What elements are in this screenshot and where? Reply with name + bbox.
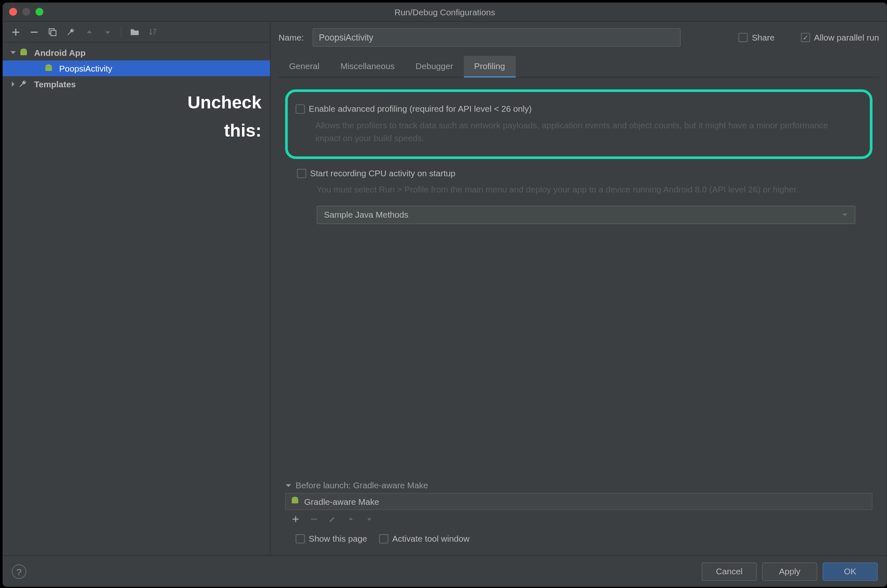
wrench-icon[interactable] <box>66 26 76 37</box>
tree-label: Android App <box>34 48 86 58</box>
before-launch-list[interactable]: Gradle-aware Make <box>285 493 873 510</box>
tab-debugger[interactable]: Debugger <box>405 56 464 77</box>
tree-row-templates[interactable]: Templates <box>2 76 270 92</box>
checkbox-checked-icon <box>801 33 810 42</box>
profiling-tab-body: Enable advanced profiling (required for … <box>278 77 879 555</box>
wrench-icon <box>18 79 31 89</box>
cpu-method-select[interactable]: Sample Java Methods <box>316 205 855 223</box>
config-main-panel: Name: Share Allow parallel run General <box>271 22 887 555</box>
svg-rect-11 <box>292 498 298 503</box>
tab-profiling[interactable]: Profiling <box>464 56 515 77</box>
add-config-icon[interactable] <box>10 26 21 37</box>
name-label: Name: <box>278 33 304 43</box>
parallel-label: Allow parallel run <box>814 33 879 43</box>
bottom-bar: ? Cancel Apply OK <box>2 555 887 587</box>
sort-icon[interactable] <box>148 26 158 37</box>
share-checkbox[interactable]: Share <box>738 33 774 43</box>
allow-parallel-run-checkbox[interactable]: Allow parallel run <box>801 33 879 43</box>
tree-row-poopsi-activity[interactable]: PoopsiActivity <box>2 60 270 76</box>
checkbox-icon <box>738 33 748 42</box>
before-launch-item: Gradle-aware Make <box>304 497 379 506</box>
chevron-down-icon <box>841 211 848 218</box>
tab-miscellaneous[interactable]: Miscellaneous <box>330 56 405 77</box>
show-this-page-label: Show this page <box>309 533 367 543</box>
checkbox-icon <box>296 534 305 543</box>
maximize-window-button[interactable] <box>36 8 43 16</box>
titlebar: Run/Debug Configurations <box>2 2 887 22</box>
svg-rect-1 <box>12 31 19 33</box>
minimize-window-button <box>22 8 30 16</box>
gradle-icon <box>290 495 300 508</box>
activate-tool-window-label: Activate tool window <box>392 533 470 543</box>
advanced-profiling-label: Enable advanced profiling (required for … <box>309 104 532 114</box>
svg-rect-8 <box>46 66 52 71</box>
enable-advanced-profiling-checkbox[interactable]: Enable advanced profiling (required for … <box>296 104 532 114</box>
before-launch-section: Before launch: Gradle-aware Make Gradle-… <box>285 480 873 528</box>
configurations-sidebar: Android App PoopsiActivity Templates <box>2 22 271 555</box>
ok-button[interactable]: OK <box>822 562 877 581</box>
run-debug-config-window: Run/Debug Configurations <box>2 2 887 587</box>
toolbar-separator <box>121 26 122 38</box>
move-down-icon <box>103 26 113 37</box>
highlight-annotation-box: Enable advanced profiling (required for … <box>285 89 873 159</box>
cpu-recording-desc: You must select Run > Profile from the m… <box>316 183 855 196</box>
activate-tool-window-checkbox[interactable]: Activate tool window <box>379 533 470 543</box>
config-name-input[interactable] <box>313 28 681 46</box>
move-up-icon <box>84 26 94 37</box>
svg-rect-4 <box>51 30 56 36</box>
tree-label: PoopsiActivity <box>59 63 113 73</box>
tree-row-android-app[interactable]: Android App <box>2 45 270 60</box>
android-icon <box>43 63 57 73</box>
remove-config-icon[interactable] <box>29 26 39 37</box>
checkbox-icon <box>379 534 388 543</box>
edit-task-icon <box>327 514 338 524</box>
tree-label: Templates <box>34 79 76 89</box>
checkbox-icon <box>296 104 305 113</box>
start-cpu-recording-checkbox[interactable]: Start recording CPU activity on startup <box>297 168 455 178</box>
sidebar-toolbar <box>2 22 270 43</box>
checkbox-icon <box>297 168 306 178</box>
config-tree: Android App PoopsiActivity Templates <box>2 43 270 555</box>
tab-general[interactable]: General <box>278 56 330 77</box>
chevron-right-icon <box>8 81 18 87</box>
advanced-profiling-desc: Allows the profilers to track data such … <box>315 119 854 144</box>
move-task-up-icon <box>345 514 356 524</box>
chevron-down-icon[interactable] <box>285 482 292 489</box>
svg-rect-14 <box>311 518 317 519</box>
android-icon <box>18 47 31 58</box>
show-this-page-checkbox[interactable]: Show this page <box>296 533 367 543</box>
apply-button[interactable]: Apply <box>762 562 817 581</box>
chevron-down-icon <box>8 49 18 56</box>
help-icon[interactable]: ? <box>12 564 26 578</box>
traffic-lights <box>9 8 43 16</box>
before-launch-header[interactable]: Before launch: Gradle-aware Make <box>296 480 428 490</box>
copy-config-icon[interactable] <box>47 26 58 37</box>
svg-rect-13 <box>292 518 298 519</box>
before-launch-toolbar <box>285 510 873 528</box>
folder-icon[interactable] <box>129 26 140 37</box>
cpu-recording-label: Start recording CPU activity on startup <box>310 168 455 178</box>
cancel-button[interactable]: Cancel <box>702 562 757 581</box>
svg-rect-2 <box>31 31 38 33</box>
move-task-down-icon <box>364 514 374 524</box>
share-label: Share <box>752 33 774 43</box>
config-tabs: General Miscellaneous Debugger Profiling <box>278 56 879 77</box>
close-window-button[interactable] <box>9 8 17 16</box>
select-value: Sample Java Methods <box>324 210 408 220</box>
svg-rect-5 <box>20 50 27 55</box>
remove-task-icon <box>309 514 319 524</box>
window-title: Run/Debug Configurations <box>394 7 495 17</box>
add-task-icon[interactable] <box>290 514 301 524</box>
